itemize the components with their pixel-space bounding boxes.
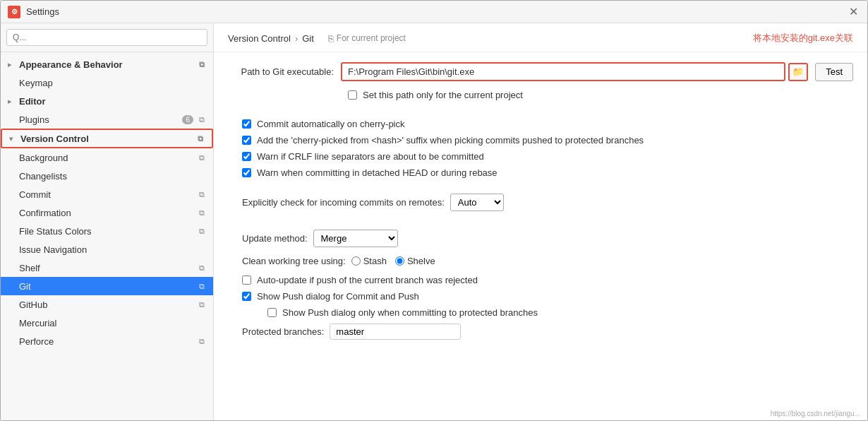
copy-icon: ⧉ — [196, 189, 207, 200]
breadcrumb-child: Git — [302, 33, 314, 44]
sidebar-item-label: Changelists — [19, 171, 207, 182]
path-label: Path to Git executable: — [228, 66, 341, 77]
sidebar-item-label: Perforce — [19, 336, 196, 347]
sidebar-item-plugins[interactable]: ▸ Plugins 6 ⧉ — [1, 110, 213, 129]
breadcrumb: Version Control › Git For current projec… — [228, 33, 739, 44]
sidebar-item-label: Keymap — [19, 78, 207, 88]
breadcrumb-separator: › — [295, 33, 298, 44]
set-path-only-checkbox[interactable] — [348, 90, 357, 100]
sidebar-item-editor[interactable]: ▸ Editor — [1, 92, 213, 110]
title-bar: ⚙ Settings ✕ — [1, 1, 867, 23]
shelve-label: Shelve — [407, 256, 435, 266]
warn-crlf-label: Warn if CRLF line separators are about t… — [257, 151, 484, 162]
update-method-label: Update method: — [242, 233, 308, 244]
copy-icon: ⧉ — [196, 280, 207, 292]
sidebar-item-version-control[interactable]: ▾ Version Control ⧉ — [1, 129, 213, 148]
warn-crlf-row: Warn if CRLF line separators are about t… — [228, 151, 853, 162]
sidebar-item-file-status-colors[interactable]: File Status Colors ⧉ — [1, 222, 213, 240]
stash-radio[interactable] — [351, 256, 361, 266]
close-button[interactable]: ✕ — [846, 5, 860, 19]
incoming-commits-select[interactable]: Auto Always Never — [450, 194, 504, 211]
copy-icon: ⧉ — [196, 152, 207, 163]
copy-icon: ⧉ — [196, 336, 207, 347]
copy-icon: ⧉ — [195, 133, 206, 144]
window-title: Settings — [26, 6, 846, 17]
arrow-icon: ▸ — [8, 97, 18, 105]
protected-branches-label: Protected branches: — [242, 326, 324, 337]
show-push-dialog-checkbox[interactable] — [242, 292, 251, 301]
clean-working-label: Clean working tree using: — [242, 256, 346, 266]
sidebar-item-background[interactable]: Background ⧉ — [1, 148, 213, 167]
sidebar-item-keymap[interactable]: ▸ Keymap — [1, 73, 213, 92]
sidebar-item-label: Editor — [19, 96, 207, 107]
show-push-dialog-label: Show Push dialog for Commit and Push — [257, 291, 419, 302]
sidebar-item-label: Plugins — [19, 114, 182, 125]
set-path-only-row: Set this path only for the current proje… — [228, 90, 853, 100]
cherry-pick-suffix-checkbox[interactable] — [242, 136, 251, 145]
sidebar-item-issue-navigation[interactable]: Issue Navigation — [1, 240, 213, 259]
for-current-project-link[interactable]: For current project — [328, 33, 406, 44]
sidebar-item-changelists[interactable]: Changelists — [1, 167, 213, 185]
commit-cherry-pick-row: Commit automatically on cherry-pick — [228, 119, 853, 129]
auto-update-row: Auto-update if push of the current branc… — [228, 275, 853, 285]
commit-cherry-pick-label: Commit automatically on cherry-pick — [257, 119, 405, 129]
stash-radio-label[interactable]: Stash — [351, 256, 387, 266]
plugins-badge: 6 — [182, 115, 193, 124]
test-button[interactable]: Test — [815, 63, 853, 81]
sidebar-item-label: Confirmation — [19, 208, 196, 218]
sidebar-item-commit[interactable]: Commit ⧉ — [1, 185, 213, 203]
cherry-pick-suffix-row: Add the 'cherry-picked from <hash>' suff… — [228, 135, 853, 146]
protected-branches-input[interactable] — [330, 324, 461, 340]
commit-cherry-pick-checkbox[interactable] — [242, 119, 251, 129]
sidebar-item-appearance[interactable]: ▸ Appearance & Behavior ⧉ — [1, 55, 213, 73]
sidebar-item-label: Version Control — [20, 134, 195, 144]
copy-icon: ⧉ — [196, 262, 207, 273]
annotation-text: 将本地安装的git.exe关联 — [753, 32, 853, 45]
git-path-input[interactable] — [341, 62, 785, 81]
shelve-radio-label[interactable]: Shelve — [395, 256, 435, 266]
warn-detached-label: Warn when committing in detached HEAD or… — [257, 167, 498, 178]
show-push-dialog-only-checkbox[interactable] — [267, 308, 277, 317]
git-path-row: Path to Git executable: 📁 Test — [228, 62, 853, 81]
app-icon: ⚙ — [8, 6, 20, 18]
sidebar-item-label: Git — [19, 281, 196, 292]
incoming-commits-label: Explicitly check for incoming commits on… — [242, 197, 445, 208]
sidebar-item-label: Commit — [19, 189, 196, 200]
sidebar-item-label: File Status Colors — [19, 226, 196, 237]
search-input[interactable] — [6, 29, 207, 46]
show-push-dialog-row: Show Push dialog for Commit and Push — [228, 291, 853, 302]
update-method-select[interactable]: Merge Rebase Branch Default — [313, 230, 398, 247]
settings-window: ⚙ Settings ✕ ▸ Appearance & Behavior ⧉ ▸… — [0, 0, 868, 421]
main-header: Version Control › Git For current projec… — [214, 23, 867, 52]
sidebar-item-label: Appearance & Behavior — [19, 59, 196, 70]
sidebar-item-perforce[interactable]: Perforce ⧉ — [1, 332, 213, 350]
sidebar-item-label: Issue Navigation — [19, 244, 207, 255]
copy-icon: ⧉ — [196, 299, 207, 310]
arrow-icon: ▸ — [8, 61, 18, 69]
show-push-dialog-only-label: Show Push dialog only when committing to… — [282, 307, 538, 318]
shelve-radio[interactable] — [395, 256, 404, 266]
protected-branches-row: Protected branches: — [228, 324, 853, 340]
nav-tree: ▸ Appearance & Behavior ⧉ ▸ Keymap ▸ Edi… — [1, 52, 213, 420]
content-area: ▸ Appearance & Behavior ⧉ ▸ Keymap ▸ Edi… — [1, 23, 867, 420]
stash-label: Stash — [363, 256, 387, 266]
browse-button[interactable]: 📁 — [788, 63, 808, 81]
spacer3 — [228, 220, 853, 230]
cherry-pick-suffix-label: Add the 'cherry-picked from <hash>' suff… — [257, 135, 644, 146]
auto-update-label: Auto-update if push of the current branc… — [257, 275, 478, 285]
auto-update-checkbox[interactable] — [242, 275, 251, 285]
sidebar-item-label: GitHub — [19, 300, 196, 310]
clean-working-row: Clean working tree using: Stash Shelve — [228, 256, 853, 266]
sidebar-item-confirmation[interactable]: Confirmation ⧉ — [1, 203, 213, 222]
sidebar: ▸ Appearance & Behavior ⧉ ▸ Keymap ▸ Edi… — [1, 23, 214, 420]
sidebar-item-shelf[interactable]: Shelf ⧉ — [1, 259, 213, 277]
show-push-dialog-only-row: Show Push dialog only when committing to… — [228, 307, 853, 318]
main-body: Path to Git executable: 📁 Test Set this … — [214, 52, 867, 350]
sidebar-item-label: Mercurial — [19, 318, 207, 328]
sidebar-item-mercurial[interactable]: Mercurial — [1, 314, 213, 332]
sidebar-item-github[interactable]: GitHub ⧉ — [1, 295, 213, 314]
warn-crlf-checkbox[interactable] — [242, 152, 251, 161]
sidebar-item-git[interactable]: Git ⧉ — [1, 277, 213, 295]
warn-detached-checkbox[interactable] — [242, 168, 251, 177]
copy-icon: ⧉ — [196, 207, 207, 218]
